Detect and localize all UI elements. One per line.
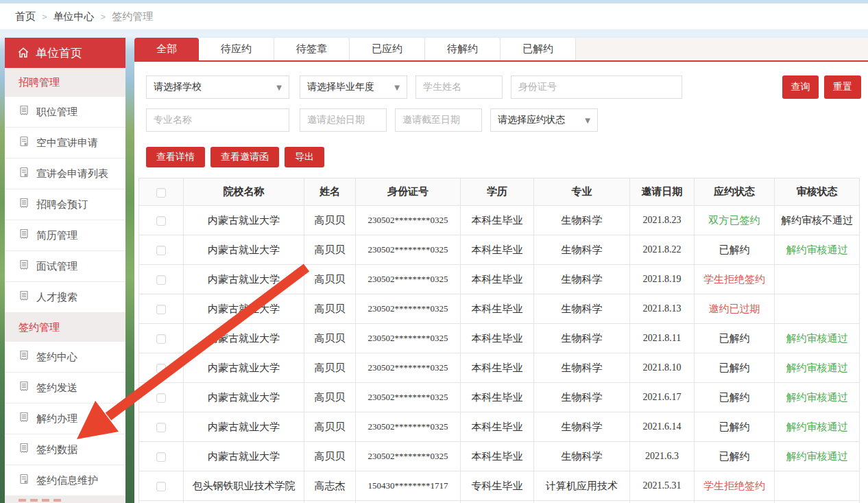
review-status-cell: 解约审核通过	[775, 235, 860, 265]
row-checkbox-cell	[139, 206, 184, 235]
major-cell: 生物科学	[534, 383, 630, 412]
table-row: 内蒙古就业大学高贝贝230502********0325本科生毕业生物科学202…	[139, 265, 860, 294]
sidebar-item-label: 面试管理	[36, 260, 77, 273]
row-checkbox[interactable]	[156, 393, 166, 403]
id-number-cell: 230502********0325	[356, 294, 461, 324]
sidebar-item-面试管理[interactable]: 面试管理	[5, 251, 125, 282]
school-cell: 内蒙古就业大学	[184, 294, 304, 324]
tab-strip: 全部待应约待签章已应约待解约已解约	[134, 38, 868, 62]
school-cell: 内蒙古就业大学	[184, 265, 304, 294]
sidebar-item-签约信息维护[interactable]: 签约信息维护	[5, 465, 125, 496]
tab-pending-termination[interactable]: 待解约	[425, 38, 501, 60]
id-number-input-placeholder: 身份证号	[518, 81, 557, 93]
row-checkbox[interactable]	[156, 275, 166, 285]
row-checkbox[interactable]	[156, 216, 166, 226]
sidebar-item-简历管理[interactable]: 简历管理	[5, 220, 125, 251]
row-checkbox[interactable]	[156, 364, 166, 373]
row-checkbox[interactable]	[156, 246, 166, 255]
sidebar-header[interactable]: 单位首页	[5, 38, 125, 68]
invite-date-cell: 2021.8.22	[630, 235, 695, 265]
sidebar-item-label: 签约信息维护	[36, 474, 98, 487]
sidebar-item-解约办理[interactable]: 解约办理	[5, 403, 125, 434]
row-checkbox-cell	[139, 235, 184, 265]
select-all-checkbox[interactable]	[156, 188, 166, 198]
row-checkbox[interactable]	[156, 305, 166, 314]
invite-date-cell: 2021.8.23	[630, 206, 695, 235]
breadcrumb-separator: >	[101, 12, 106, 22]
sidebar-item-招聘会预订[interactable]: 招聘会预订	[5, 189, 125, 220]
sidebar: 单位首页 招聘管理职位管理空中宣讲申请宣讲会申请列表招聘会预订简历管理面试管理人…	[5, 38, 125, 503]
row-checkbox[interactable]	[156, 334, 166, 344]
review-status-cell: 解约审核通过	[775, 442, 860, 471]
tab-pending-response[interactable]: 待应约	[199, 38, 274, 60]
receipt-icon	[19, 198, 29, 211]
response-status-select[interactable]: 请选择应约状态▼	[490, 108, 598, 132]
school-cell: 内蒙古就业大学	[184, 501, 304, 503]
tab-terminated[interactable]: 已解约	[501, 38, 576, 60]
major-cell: 生物科学	[534, 294, 630, 324]
response-status-cell: 已解约	[695, 324, 775, 353]
sidebar-item-label: 空中宣讲申请	[36, 137, 98, 150]
row-checkbox[interactable]	[156, 423, 166, 432]
tab-responded[interactable]: 已应约	[350, 38, 425, 60]
sidebar-item-签约发送[interactable]: 签约发送	[5, 373, 125, 403]
invite-date-cell: 2021.8.19	[630, 265, 695, 294]
invite-end-date-input[interactable]: 邀请截至日期	[395, 108, 482, 132]
sidebar-item-人才搜索[interactable]: 人才搜索	[5, 282, 125, 313]
response-status-cell: 已解约	[695, 353, 775, 383]
export-button[interactable]: 导出	[285, 147, 324, 167]
reset-button[interactable]: 重置	[824, 75, 861, 99]
view-invitation-button[interactable]: 查看邀请函	[210, 147, 279, 167]
id-number-cell: 230502********0325	[356, 383, 461, 412]
id-number-cell: 230502********0325	[356, 324, 461, 353]
major-cell: 生物科学	[534, 442, 630, 471]
row-checkbox-cell	[139, 324, 184, 353]
invite-date-cell: 2021.8.10	[630, 353, 695, 383]
sidebar-item-签约中心[interactable]: 签约中心	[5, 342, 125, 373]
receipt-icon	[19, 229, 29, 242]
row-checkbox[interactable]	[156, 452, 166, 462]
response-status-select-value: 请选择应约状态	[498, 114, 565, 126]
name-cell: 高贝贝	[304, 324, 356, 353]
row-checkbox-cell	[139, 353, 184, 383]
school-select-value: 请选择学校	[154, 81, 202, 93]
invite-date-cell: 2021.6.3	[630, 442, 695, 471]
sidebar-item-职位管理[interactable]: 职位管理	[5, 97, 125, 128]
school-cell: 包头钢铁职业技术学院	[184, 471, 304, 501]
sidebar-item-宣讲会申请列表[interactable]: 宣讲会申请列表	[5, 159, 125, 189]
main-content: 全部待应约待签章已应约待解约已解约 请选择学校▼请选择毕业年度▼学生姓名身份证号…	[134, 38, 868, 503]
tab-all[interactable]: 全部	[134, 38, 199, 60]
major-input[interactable]: 专业名称	[146, 108, 289, 132]
column-header-院校名称: 院校名称	[184, 178, 304, 206]
tab-pending-seal[interactable]: 待签章	[274, 38, 350, 60]
sidebar-item-空中宣讲申请[interactable]: 空中宣讲申请	[5, 128, 125, 159]
form-icon	[19, 167, 29, 180]
row-checkbox[interactable]	[156, 482, 166, 491]
table-row: 内蒙古就业大学高贝贝230502********0325本科生毕业生物科学202…	[139, 235, 860, 265]
sidebar-item-签约数据[interactable]: 签约数据	[5, 434, 125, 465]
student-name-input[interactable]: 学生姓名	[415, 75, 503, 99]
column-header-学历: 学历	[461, 178, 534, 206]
response-status-cell: 邀约已过期	[695, 294, 775, 324]
degree-cell: 本科生毕业	[461, 324, 534, 353]
invite-date-cell: 2021.6.17	[630, 383, 695, 412]
response-status-cell: 已解约	[695, 235, 775, 265]
chevron-down-icon: ▼	[276, 84, 282, 91]
school-cell: 内蒙古就业大学	[184, 383, 304, 412]
response-status-cell: 已解约	[695, 412, 775, 442]
school-select[interactable]: 请选择学校▼	[146, 75, 289, 99]
search-button[interactable]: 查询	[782, 75, 819, 99]
invite-start-date-input[interactable]: 邀请起始日期	[300, 108, 387, 132]
view-detail-button[interactable]: 查看详情	[146, 147, 205, 167]
breadcrumb-item-2[interactable]: 单位中心	[53, 10, 95, 23]
form-icon	[19, 136, 29, 150]
response-status-cell: 学生拒绝签约	[695, 471, 775, 501]
breadcrumb-item-1[interactable]: 首页	[15, 10, 36, 23]
major-cell: 计算机应用技术	[534, 471, 630, 501]
grad-year-select[interactable]: 请选择毕业年度▼	[300, 75, 407, 99]
id-number-input[interactable]: 身份证号	[511, 75, 682, 99]
sidebar-item-label: 人才搜索	[36, 291, 77, 304]
form-icon	[19, 473, 29, 487]
school-cell: 内蒙古就业大学	[184, 353, 304, 383]
school-cell: 内蒙古就业大学	[184, 412, 304, 442]
